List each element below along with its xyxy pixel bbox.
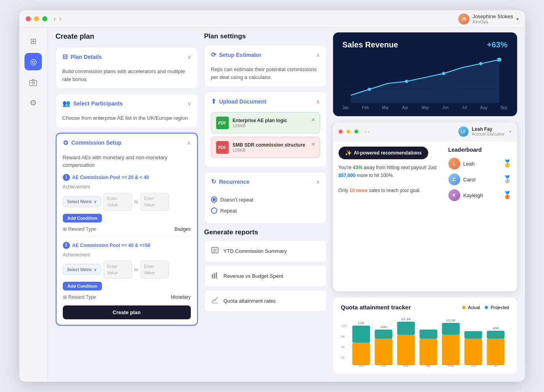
upload-document-header[interactable]: ⬆ Upload Document ∧ (205, 92, 326, 111)
radio-doesnt-repeat-circle (211, 196, 217, 203)
select-metric-1[interactable]: Select Metric ∨ (63, 196, 102, 207)
setup-estimator-body: Reps can estimate their potential commis… (205, 64, 326, 87)
leader-item-kayleigh: K Kayleigh 🥉 (448, 189, 512, 201)
upload-icon: ⬆ (211, 98, 216, 105)
recurrence-header[interactable]: ↻ Recurrence ∧ (205, 172, 326, 191)
recurrence-body: Doesn't repeat Repeat (205, 191, 326, 223)
inner-user-name: Leah Fay (472, 126, 504, 132)
divider-1 (63, 237, 191, 237)
svg-rect-29 (352, 326, 370, 343)
svg-text:May: May (448, 364, 454, 368)
inner-close[interactable] (339, 130, 343, 134)
enter-value-1a[interactable]: Enter Value (104, 193, 132, 211)
enter-value-2a[interactable]: Enter Value (104, 261, 132, 279)
svg-point-24 (479, 62, 482, 65)
user-menu-chevron[interactable]: ▾ (516, 16, 519, 22)
svg-point-21 (367, 88, 371, 91)
commission-item-2-header: 2 AE Commission Pool >= 40 & <=50 (63, 242, 191, 249)
report-item-ytd[interactable]: YTD Commission Summary (204, 240, 327, 262)
quota-bars-svg: 11K Jan 10K Feb 12.1K Mar (350, 316, 509, 368)
inner-maximize[interactable] (354, 130, 358, 134)
user-info: Josephine Stokes RevOps (472, 13, 513, 24)
sidebar-item-settings[interactable]: ⚙ (24, 94, 42, 111)
sidebar-item-target[interactable]: ◎ (24, 53, 42, 70)
doc-name-2: SMB SDR commission structure (233, 142, 315, 148)
chart-badge: +63% (487, 40, 508, 49)
doc-close-1[interactable]: ✕ (311, 117, 316, 123)
svg-text:Jan: Jan (358, 364, 363, 368)
commission-item-1-header: 1 AE Commission Pool >= 20 & < 40 (63, 174, 191, 181)
svg-rect-51 (487, 331, 504, 339)
plan-details-title: ⊟ Plan Details (62, 53, 102, 60)
setup-estimator-header[interactable]: ⟳ Setup Estimator ∧ (205, 45, 326, 64)
plan-details-header[interactable]: ⊟ Plan Details ∨ (56, 47, 198, 66)
commission-item-1-title: AE Commission Pool >= 20 & < 40 (72, 174, 149, 181)
generate-reports-section: Generate reports YTD Commission Summary … (204, 228, 327, 315)
plan-details-card: ⊟ Plan Details ∨ Build commission plans … (56, 47, 198, 89)
sidebar-item-camera[interactable] (24, 74, 42, 91)
svg-text:10K: 10K (492, 326, 499, 330)
select-metric-2[interactable]: Select Metric ∨ (63, 264, 102, 275)
leader-name-carol: Carol (463, 177, 500, 183)
participants-chevron: ∨ (187, 100, 191, 107)
enter-value-2b[interactable]: Enter Value (140, 261, 169, 279)
maximize-button[interactable] (42, 16, 47, 21)
legend-actual: Actual (462, 305, 480, 310)
add-condition-btn-2[interactable]: Add Condition (63, 282, 102, 290)
svg-text:10K: 10K (380, 325, 387, 329)
traffic-lights (26, 16, 47, 21)
leader-badge-leah: 🥇 (503, 159, 512, 168)
radio-repeat-circle (211, 207, 217, 214)
y-axis: 12K 8K 4K 0K (341, 324, 347, 368)
report-item-quota[interactable]: Quota attainment rates (204, 290, 327, 312)
doc-size-2: 128KB (233, 148, 315, 153)
recurrence-icon: ↻ (211, 178, 216, 185)
commission-setup-header[interactable]: ⚙ Commission Setup ∧ (56, 134, 197, 152)
svg-rect-40 (419, 339, 437, 365)
create-plan-panel: Create plan ⊟ Plan Details ∨ Build commi… (56, 32, 198, 374)
add-condition-btn-1[interactable]: Add Condition (63, 214, 102, 222)
back-arrow[interactable]: ‹ (54, 15, 56, 23)
commission-item-2-metric-row: Select Metric ∨ Enter Value to Enter Val… (63, 261, 191, 279)
inner-minimize[interactable] (346, 130, 350, 134)
plan-details-icon: ⊟ (62, 53, 68, 60)
commission-setup-title: ⚙ Commission Setup (63, 139, 122, 147)
doc-name-1: Enterprise AE plan logic (233, 118, 315, 123)
metric-dropdown-1[interactable]: ∨ (94, 198, 97, 205)
legend-dot-actual (462, 306, 465, 309)
inner-user: LF Leah Fay Account Executive ▾ (458, 126, 511, 137)
close-button[interactable] (26, 16, 31, 21)
svg-rect-28 (352, 343, 370, 365)
create-plan-button[interactable]: Create plan (63, 305, 191, 319)
enter-value-1b[interactable]: Enter Value (140, 193, 169, 211)
forward-arrow[interactable]: › (59, 15, 62, 23)
recurrence-card: ↻ Recurrence ∧ Doesn't repeat Repeat (204, 172, 327, 224)
select-participants-header[interactable]: 👥 Select Participants ∨ (56, 94, 198, 113)
minimize-button[interactable] (34, 16, 39, 21)
sidebar-item-grid[interactable]: ⊞ (24, 32, 42, 50)
report-icon-ytd (211, 246, 219, 256)
leader-item-carol: C Carol 🥈 (448, 173, 512, 185)
radio-repeat[interactable]: Repeat (211, 205, 320, 216)
commission-icon: ⚙ (63, 139, 68, 147)
main-content: Create plan ⊟ Plan Details ∨ Build commi… (48, 10, 525, 382)
report-item-revenue[interactable]: Revenue vs Budget Spent (204, 265, 327, 287)
ai-recommendations-button[interactable]: ✨ AI-powered recommendations (339, 147, 428, 159)
ai-text: You're 43% away from hitting next payout… (339, 164, 442, 194)
inner-chevron[interactable]: ▾ (509, 129, 512, 134)
inner-avatar: LF (458, 126, 469, 137)
doc-close-2[interactable]: ✕ (311, 141, 316, 147)
inner-user-role: Account Executive (472, 132, 504, 137)
legend-dot-projected (485, 306, 488, 309)
metric-dropdown-2[interactable]: ∨ (94, 266, 97, 273)
radio-doesnt-repeat[interactable]: Doesn't repeat (211, 194, 320, 205)
sales-chart-card: Sales Revenue +63% (333, 32, 517, 116)
svg-rect-32 (375, 339, 392, 365)
svg-rect-8 (212, 247, 218, 253)
svg-rect-43 (442, 335, 459, 365)
leader-badge-kayleigh: 🥉 (503, 191, 512, 200)
estimator-chevron: ∧ (316, 52, 320, 58)
svg-text:12.1K: 12.1K (446, 318, 456, 322)
nav-arrows[interactable]: ‹ › (54, 15, 62, 23)
inner-nav[interactable]: ‹ › (365, 128, 370, 135)
